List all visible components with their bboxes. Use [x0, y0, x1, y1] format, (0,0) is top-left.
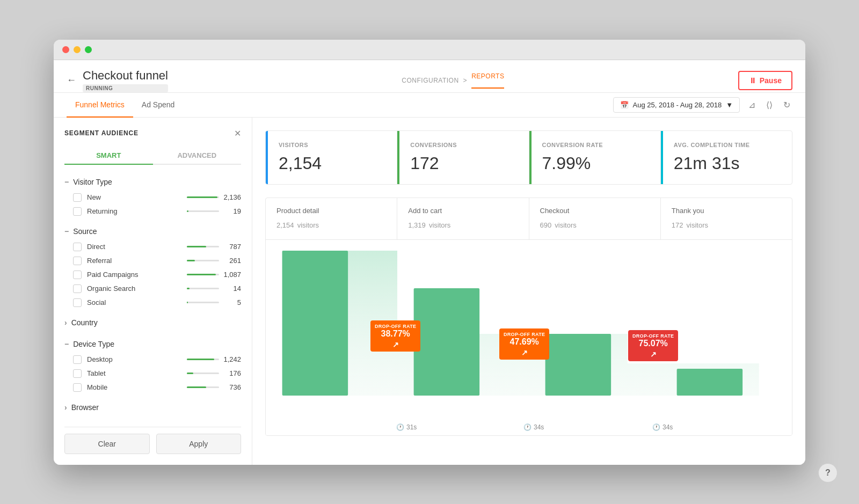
checkbox-desktop[interactable] [73, 355, 82, 364]
filter-item-referral: Referral 261 [64, 254, 241, 268]
stage-product-detail: Product detail 2,154 visitors [266, 198, 397, 239]
sidebar-footer: Clear Apply [64, 427, 241, 454]
minimize-traffic-light[interactable] [74, 46, 81, 53]
toggle-country: › [64, 318, 67, 327]
metric-label-rate: CONVERSION RATE [542, 142, 647, 148]
checkbox-organic[interactable] [73, 284, 82, 293]
stage-add-to-cart-visitors: 1,319 visitors [408, 217, 518, 231]
dropoff-badge-3[interactable]: DROP-OFF RATE 75.07% ↗ [628, 330, 678, 361]
title-area: Checkout funnel RUNNING [83, 69, 168, 92]
sidebar-title: SEGMENT AUDIENCE [64, 129, 139, 137]
dropoff2-icon: ↗ [504, 348, 545, 357]
calendar-icon: 📅 [620, 101, 629, 109]
close-traffic-light[interactable] [62, 46, 69, 53]
refresh-icon[interactable]: ↻ [781, 98, 792, 112]
section-source-label: Source [73, 227, 97, 236]
filter-item-organic: Organic Search 14 [64, 282, 241, 296]
stage-checkout: Checkout 690 visitors [529, 198, 661, 239]
apply-button[interactable]: Apply [156, 434, 242, 454]
section-browser: › Browser [64, 399, 241, 416]
titlebar [54, 40, 805, 60]
dropoff2-label: DROP-OFF RATE [504, 332, 545, 337]
checkbox-paid[interactable] [73, 271, 82, 279]
section-browser-header[interactable]: › Browser [64, 399, 241, 416]
checkbox-mobile[interactable] [73, 383, 82, 392]
stage-thank-you-label: visitors [687, 221, 708, 229]
value-referral: 261 [222, 257, 241, 265]
tab-funnel-metrics[interactable]: Funnel Metrics [67, 93, 133, 118]
page-header: ← Checkout funnel RUNNING CONFIGURATION … [54, 60, 805, 93]
dropoff-badge-1[interactable]: DROP-OFF RATE 38.77% ↗ [370, 320, 420, 352]
maximize-traffic-light[interactable] [85, 46, 92, 53]
bar-new: 2,136 [187, 193, 241, 201]
checkbox-tablet[interactable] [73, 369, 82, 378]
nav-arrow: > [463, 77, 468, 84]
value-social: 5 [222, 298, 241, 306]
tab-advanced[interactable]: ADVANCED [153, 147, 242, 164]
nav-config[interactable]: CONFIGURATION [402, 77, 458, 84]
pause-button[interactable]: ⏸ Pause [738, 71, 792, 90]
section-device-type-header[interactable]: − Device Type [64, 335, 241, 353]
section-country-header[interactable]: › Country [64, 314, 241, 331]
filter-icon[interactable]: ⊿ [746, 98, 758, 112]
svg-rect-1 [282, 251, 348, 396]
nav-reports[interactable]: REPORTS [471, 72, 504, 89]
tab-ad-spend[interactable]: Ad Spend [133, 93, 184, 118]
value-direct: 787 [222, 243, 241, 251]
stage-add-to-cart-name: Add to cart [408, 207, 518, 215]
dropoff-badge-2[interactable]: DROP-OFF RATE 47.69% ↗ [499, 328, 549, 360]
stage-thank-you: Thank you 172 visitors [661, 198, 792, 239]
pause-label: Pause [760, 76, 782, 85]
svg-rect-4 [677, 369, 743, 396]
clock-icon-2: 🕐 [523, 423, 532, 431]
bar-returning: 19 [187, 207, 241, 215]
metric-value-visitors: 2,154 [279, 154, 384, 173]
status-badge: RUNNING [83, 84, 168, 92]
section-source-header[interactable]: − Source [64, 223, 241, 240]
close-sidebar-button[interactable]: ✕ [234, 128, 241, 138]
label-social: Social [87, 298, 187, 306]
checkbox-returning[interactable] [73, 207, 82, 216]
section-visitor-type-header[interactable]: − Visitor Type [64, 173, 241, 191]
traffic-lights [62, 46, 92, 53]
dropoff3-label: DROP-OFF RATE [632, 333, 674, 339]
stage-checkout-count: 690 [540, 221, 552, 229]
stage-add-to-cart-count: 1,319 [408, 221, 426, 229]
label-tablet: Tablet [87, 369, 187, 377]
dropoff3-pct: 75.07% [632, 339, 674, 348]
filter-item-returning: Returning 19 [64, 204, 241, 218]
checkbox-direct[interactable] [73, 243, 82, 251]
clock-icon-3: 🕐 [652, 423, 660, 431]
share-icon[interactable]: ⟨⟩ [764, 98, 775, 112]
stage-product-detail-label: visitors [297, 221, 319, 229]
checkbox-referral[interactable] [73, 257, 82, 265]
back-button[interactable]: ← [67, 75, 76, 86]
filter-item-tablet: Tablet 176 [64, 367, 241, 381]
dropoff1-icon: ↗ [375, 340, 416, 349]
checkbox-social[interactable] [73, 298, 82, 307]
dropoff2-pct: 47.69% [504, 337, 545, 347]
value-desktop: 1,242 [222, 355, 241, 363]
stage-product-detail-name: Product detail [276, 207, 386, 215]
funnel-chart-area: DROP-OFF RATE 38.77% ↗ DROP-OFF RATE 47.… [266, 240, 792, 435]
tab-smart[interactable]: SMART [64, 147, 153, 165]
date-picker[interactable]: 📅 Aug 25, 2018 - Aug 28, 2018 ▼ [613, 97, 740, 113]
funnel-stages: Product detail 2,154 visitors Add to car… [266, 198, 792, 240]
sidebar: SEGMENT AUDIENCE ✕ SMART ADVANCED − Visi… [54, 118, 252, 465]
svg-rect-3 [545, 334, 612, 396]
metric-avg-completion: AVG. COMPLETION TIME 21m 31s [661, 131, 792, 184]
time-label-1: 🕐 31s [396, 423, 417, 431]
metric-visitors: VISITORS 2,154 [266, 131, 397, 184]
label-paid: Paid Campaigns [87, 271, 187, 279]
time-value-2: 34s [534, 423, 544, 431]
checkbox-new[interactable] [73, 193, 82, 202]
metric-value-completion: 21m 31s [674, 154, 779, 173]
sidebar-header: SEGMENT AUDIENCE ✕ [64, 128, 241, 138]
filter-item-new: New 2,136 [64, 191, 241, 204]
label-mobile: Mobile [87, 383, 187, 391]
clear-button[interactable]: Clear [64, 434, 150, 454]
help-button[interactable]: ? [818, 463, 838, 483]
svg-rect-2 [414, 288, 480, 396]
stage-checkout-label: visitors [555, 221, 576, 229]
value-tablet: 176 [222, 369, 241, 377]
